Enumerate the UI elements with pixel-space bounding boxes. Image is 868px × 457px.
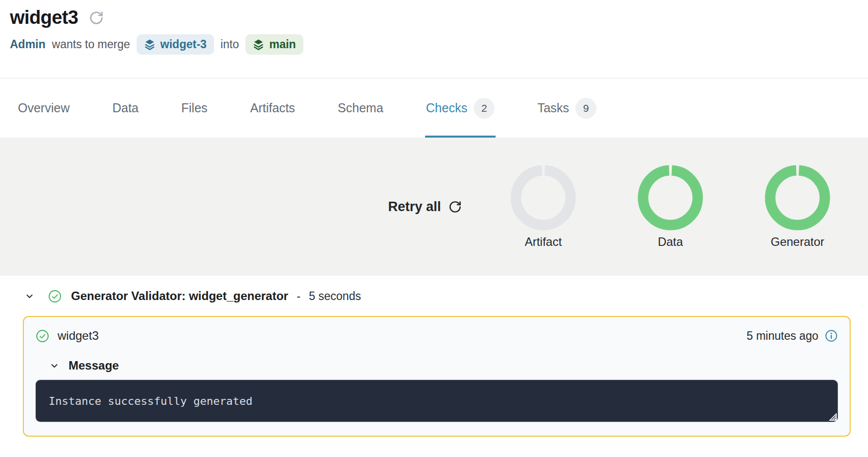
donut-label: Generator (771, 235, 824, 249)
check-donut-data: Data (638, 165, 703, 249)
target-branch-name: main (269, 38, 296, 51)
tab-label: Data (112, 101, 139, 115)
retry-all-button[interactable]: Retry all (388, 199, 462, 215)
source-branch-badge[interactable]: widget-3 (137, 34, 214, 55)
tab-checks[interactable]: Checks 2 (426, 78, 495, 138)
merge-text: wants to merge (52, 38, 130, 51)
merge-description: Admin wants to merge widget-3 into main (10, 34, 856, 55)
tab-overview[interactable]: Overview (18, 78, 70, 138)
tab-label: Overview (18, 101, 70, 115)
resize-handle-icon[interactable] (829, 413, 837, 421)
donut-chart-icon (638, 165, 703, 230)
author-link[interactable]: Admin (10, 38, 46, 51)
chevron-down-icon (50, 361, 59, 371)
donut-chart-icon (510, 165, 576, 230)
check-donut-artifact: Artifact (510, 165, 576, 249)
stack-icon (253, 39, 264, 50)
check-result-card: widget3 5 minutes ago Message Instance s… (23, 316, 851, 437)
check-separator: - (296, 290, 300, 303)
tab-checks-count-badge: 2 (474, 98, 495, 119)
page-title: widget3 (10, 7, 78, 28)
timestamp: 5 minutes ago (747, 329, 818, 343)
message-text: Instance successfully generated (49, 395, 253, 407)
retry-icon (448, 200, 462, 214)
refresh-icon (89, 10, 104, 25)
donut-label: Data (658, 235, 683, 249)
tab-bar: Overview Data Files Artifacts Schema Che… (0, 78, 868, 138)
tab-label: Schema (338, 101, 383, 115)
source-branch-name: widget-3 (160, 38, 207, 51)
tab-tasks-count-badge: 9 (576, 98, 596, 119)
stack-icon (144, 39, 155, 50)
merge-request-header: widget3 Admin wants to merge widget-3 in… (0, 0, 868, 78)
donut-chart-icon (765, 165, 830, 230)
tab-label: Files (181, 101, 208, 115)
message-output[interactable]: Instance successfully generated (36, 380, 838, 422)
tab-data[interactable]: Data (112, 78, 139, 138)
tab-label: Checks (426, 101, 467, 115)
donut-label: Artifact (525, 235, 562, 249)
check-donut-generator: Generator (765, 165, 830, 249)
check-group-title: Generator Validator: widget_generator (71, 289, 288, 303)
check-duration: 5 seconds (309, 290, 361, 303)
chevron-down-icon (25, 292, 34, 301)
tab-tasks[interactable]: Tasks 9 (537, 78, 596, 138)
retry-all-label: Retry all (388, 199, 441, 215)
check-group-header[interactable]: Generator Validator: widget_generator - … (0, 285, 868, 307)
tab-artifacts[interactable]: Artifacts (250, 78, 295, 138)
info-icon (825, 329, 838, 342)
check-instance-name: widget3 (58, 329, 99, 343)
message-label: Message (69, 359, 119, 373)
tab-files[interactable]: Files (181, 78, 208, 138)
check-donuts: Artifact Data Generator (510, 165, 830, 249)
message-toggle[interactable]: Message (36, 359, 838, 373)
into-text: into (220, 38, 239, 51)
info-button[interactable] (825, 329, 838, 342)
tab-label: Tasks (537, 101, 569, 115)
check-success-icon (36, 329, 49, 343)
check-success-icon (48, 290, 62, 303)
target-branch-badge[interactable]: main (245, 34, 303, 55)
refresh-button[interactable] (89, 10, 104, 25)
checks-summary-strip: Retry all Artifact Data Generator (0, 138, 868, 276)
tab-label: Artifacts (250, 101, 295, 115)
tab-schema[interactable]: Schema (338, 78, 383, 138)
